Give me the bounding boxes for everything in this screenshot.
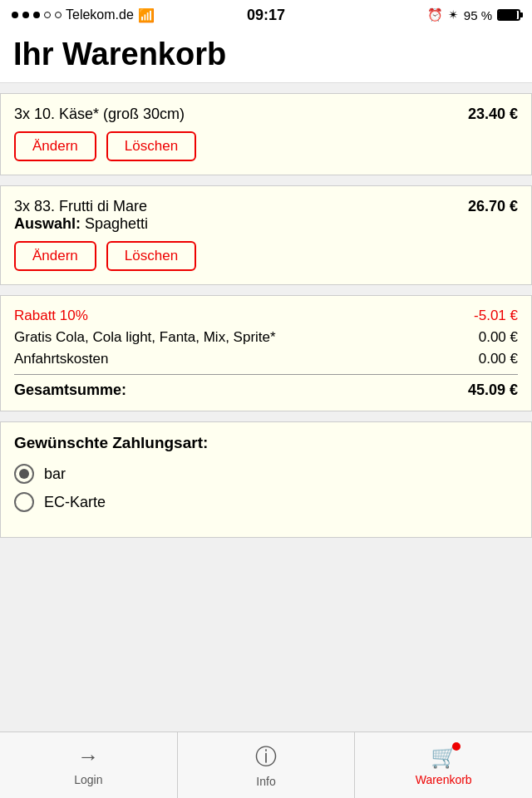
status-right: ⏰ ✴ 95 % xyxy=(427,7,520,22)
cart-item-2: 3x 83. Frutti di Mare Auswahl: Spaghetti… xyxy=(0,185,532,285)
radio-bar-fill xyxy=(19,469,29,479)
content-area: 3x 10. Käse* (groß 30cm) 23.40 € Ändern … xyxy=(0,93,532,538)
signal-dot-2 xyxy=(22,12,29,18)
payment-title: Gewünschte Zahlungsart: xyxy=(14,434,518,452)
signal-dot-5 xyxy=(55,12,62,18)
rabatt-label: Rabatt 10% xyxy=(14,308,88,324)
anfahrt-row: Anfahrtskosten 0.00 € xyxy=(14,351,518,367)
info-icon: ⓘ xyxy=(255,742,277,771)
status-time: 09:17 xyxy=(247,7,285,24)
page-title-section: Ihr Warenkorb xyxy=(0,30,532,83)
cart-item-2-price: 26.70 € xyxy=(468,198,518,215)
cart-item-1-change-button[interactable]: Ändern xyxy=(14,131,96,161)
cart-item-2-auswahl: Auswahl: Spaghetti xyxy=(14,215,460,233)
carrier-label: Telekom.de xyxy=(66,7,134,22)
cart-item-1-buttons: Ändern Löschen xyxy=(14,131,518,161)
gratis-label: Gratis Cola, Cola light, Fanta, Mix, Spr… xyxy=(14,329,276,346)
rabatt-value: -5.01 € xyxy=(474,308,518,324)
gratis-row: Gratis Cola, Cola light, Fanta, Mix, Spr… xyxy=(14,329,518,346)
battery-icon xyxy=(497,9,520,21)
radio-bar[interactable] xyxy=(14,464,34,484)
cart-item-2-change-button[interactable]: Ändern xyxy=(14,241,96,271)
signal-dot-3 xyxy=(33,12,40,18)
rabatt-row: Rabatt 10% -5.01 € xyxy=(14,308,518,324)
cart-item-2-name: 3x 83. Frutti di Mare xyxy=(14,198,460,215)
total-label: Gesamtsumme: xyxy=(14,382,126,399)
tab-warenkorb[interactable]: 🛒 Warenkorb xyxy=(355,732,532,798)
status-left: Telekom.de 📶 xyxy=(12,7,155,23)
payment-section: Gewünschte Zahlungsart: bar EC-Karte xyxy=(0,421,532,538)
status-bar: Telekom.de 📶 09:17 ⏰ ✴ 95 % xyxy=(0,0,532,30)
radio-ec[interactable] xyxy=(14,492,34,512)
cart-item-2-delete-button[interactable]: Löschen xyxy=(106,241,196,271)
payment-option-bar[interactable]: bar xyxy=(14,464,518,484)
cart-item-2-names: 3x 83. Frutti di Mare Auswahl: Spaghetti xyxy=(14,198,460,233)
cart-icon: 🛒 xyxy=(431,744,457,770)
cart-item-1: 3x 10. Käse* (groß 30cm) 23.40 € Ändern … xyxy=(0,93,532,175)
payment-label-ec: EC-Karte xyxy=(44,494,106,511)
tab-login[interactable]: → Login xyxy=(0,732,178,798)
signal-dot-1 xyxy=(12,12,18,18)
anfahrt-value: 0.00 € xyxy=(479,351,518,367)
payment-label-bar: bar xyxy=(44,466,66,483)
total-value: 45.09 € xyxy=(468,382,518,399)
gratis-value: 0.00 € xyxy=(479,329,518,346)
cart-item-1-delete-button[interactable]: Löschen xyxy=(106,131,196,161)
cart-item-1-price: 23.40 € xyxy=(468,106,518,123)
summary-section: Rabatt 10% -5.01 € Gratis Cola, Cola lig… xyxy=(0,295,532,411)
bluetooth-icon: ✴ xyxy=(448,7,459,22)
summary-divider xyxy=(14,374,518,375)
anfahrt-label: Anfahrtskosten xyxy=(14,351,108,367)
tab-info-label: Info xyxy=(256,775,275,788)
battery-text: 95 % xyxy=(464,8,492,22)
page-title: Ihr Warenkorb xyxy=(13,37,519,72)
cart-item-2-header: 3x 83. Frutti di Mare Auswahl: Spaghetti… xyxy=(14,198,518,233)
alarm-icon: ⏰ xyxy=(427,7,443,22)
total-row: Gesamtsumme: 45.09 € xyxy=(14,382,518,399)
tab-info[interactable]: ⓘ Info xyxy=(178,732,356,798)
signal-dot-4 xyxy=(44,12,51,18)
tab-login-label: Login xyxy=(74,773,102,786)
wifi-icon: 📶 xyxy=(138,7,155,23)
cart-item-2-buttons: Ändern Löschen xyxy=(14,241,518,271)
payment-option-ec[interactable]: EC-Karte xyxy=(14,492,518,512)
tab-warenkorb-label: Warenkorb xyxy=(416,773,472,786)
login-icon: → xyxy=(77,744,99,770)
tab-bar: → Login ⓘ Info 🛒 Warenkorb xyxy=(0,732,532,798)
cart-item-1-header: 3x 10. Käse* (groß 30cm) 23.40 € xyxy=(14,106,518,123)
cart-item-1-name: 3x 10. Käse* (groß 30cm) xyxy=(14,106,460,123)
